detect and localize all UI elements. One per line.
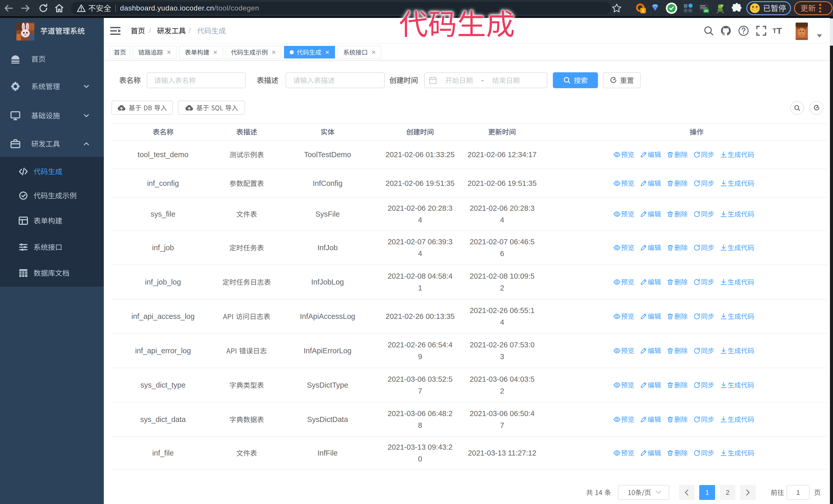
svg-text:1: 1 xyxy=(642,8,644,13)
svg-text:on: on xyxy=(704,9,708,13)
